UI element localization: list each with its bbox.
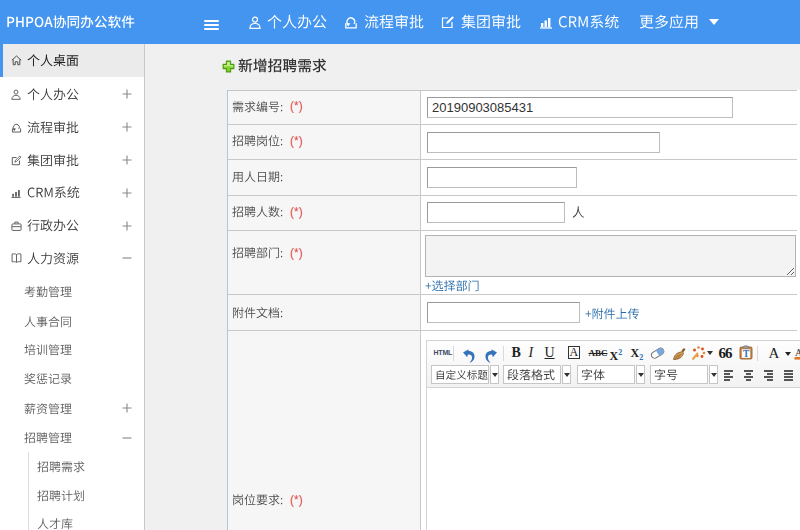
svg-text:T: T	[743, 349, 750, 359]
svg-text:A: A	[795, 347, 800, 358]
